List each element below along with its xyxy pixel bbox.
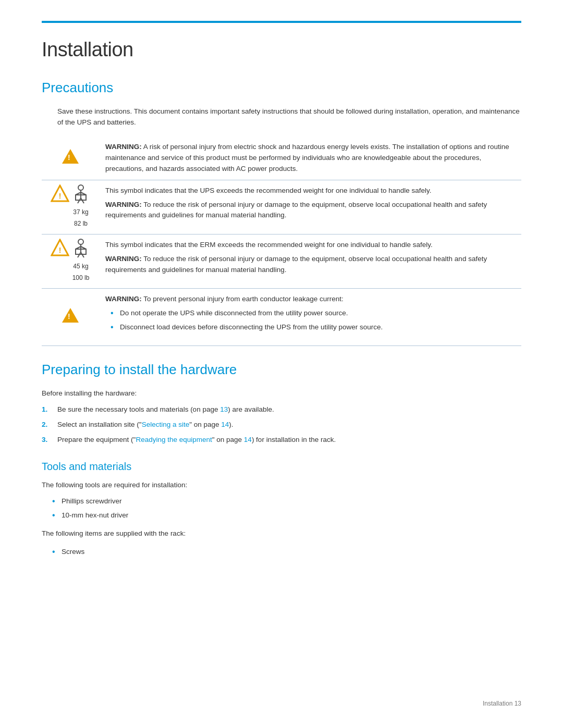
warning-bold-4: WARNING:	[105, 295, 142, 303]
warning-main-text-2: WARNING: To reduce the risk of personal …	[105, 200, 515, 221]
tools-intro: The following tools are required for ins…	[42, 480, 521, 491]
preparing-heading: Preparing to install the hardware	[42, 362, 521, 378]
step-3-link2[interactable]: 14	[244, 436, 252, 443]
rack-item-1: Screws	[52, 547, 521, 558]
warning-icon-cell-3: !	[42, 234, 99, 288]
weight-label-lb-3: 100 lb	[72, 273, 90, 283]
preparing-section: Preparing to install the hardware Before…	[42, 362, 521, 446]
weight-triangle-icon-2: !	[51, 184, 69, 202]
rack-list: Screws	[42, 547, 521, 558]
person-weight-icon-2	[71, 184, 90, 205]
warning-text-1: A risk of personal injury from electric …	[105, 143, 509, 172]
warning-symbol-text-2: This symbol indicates that the UPS excee…	[105, 186, 515, 196]
warning-main-text-3: WARNING: To reduce the risk of personal …	[105, 254, 515, 276]
warning-row-3: !	[42, 234, 521, 288]
person-weight-icon-3	[71, 239, 90, 260]
warning-icon-cell-2: !	[42, 180, 99, 234]
step-num-2: 2.	[42, 419, 54, 430]
page: Installation Precautions Save these inst…	[0, 0, 563, 728]
preparing-intro: Before installing the hardware:	[42, 388, 521, 399]
svg-text:!: !	[59, 192, 62, 200]
tool-item-1: Phillips screwdriver	[52, 496, 521, 507]
warning-bullet-1: Do not operate the UPS while disconnecte…	[111, 308, 515, 319]
warning-text-3: To reduce the risk of personal injury or…	[105, 255, 487, 274]
precautions-intro: Save these instructions. This document c…	[42, 106, 521, 128]
warning-bold-3: WARNING:	[105, 255, 142, 263]
step-num-3: 3.	[42, 435, 54, 446]
warning-text-cell-1: WARNING: A risk of personal injury from …	[99, 137, 521, 180]
step-num-1: 1.	[42, 404, 54, 415]
preparing-steps: 1. Be sure the necessary tools and mater…	[42, 404, 521, 446]
warning-icon-cell-1	[42, 137, 99, 180]
tool-item-2: 10-mm hex-nut driver	[52, 510, 521, 521]
step-3-link[interactable]: Readying the equipment	[136, 436, 212, 443]
weight-label-lb-2: 82 lb	[74, 219, 88, 229]
top-rule	[42, 21, 521, 23]
tools-section: Tools and materials The following tools …	[42, 461, 521, 558]
svg-point-11	[78, 239, 83, 244]
warning-table: WARNING: A risk of personal injury from …	[42, 137, 521, 346]
warning-bullet-2: Disconnect load devices before disconnec…	[111, 322, 515, 333]
footer: Installation 13	[483, 700, 521, 707]
weight-label-kg-2: 37 kg	[73, 207, 88, 217]
warning-icon-cell-4	[42, 288, 99, 346]
warning-text-cell-3: This symbol indicates that the ERM excee…	[99, 234, 521, 288]
weight-triangle-icon-3: !	[51, 239, 69, 256]
warning-bold-1: WARNING:	[105, 143, 142, 151]
warning-text-cell-2: This symbol indicates that the UPS excee…	[99, 180, 521, 234]
warning-text-cell-4: WARNING: To prevent personal injury from…	[99, 288, 521, 346]
step-text-1: Be sure the necessary tools and material…	[57, 404, 274, 415]
step-text-2: Select an installation site ("Selecting …	[57, 419, 234, 430]
weight-icons-3: !	[48, 239, 93, 283]
weight-label-kg-3: 45 kg	[73, 262, 88, 272]
rack-intro: The following items are supplied with th…	[42, 528, 521, 539]
tools-list: Phillips screwdriver 10-mm hex-nut drive…	[42, 496, 521, 521]
warning-bold-2: WARNING:	[105, 201, 142, 208]
warning-text-4: WARNING: To prevent personal injury from…	[105, 294, 515, 305]
warning-4-bullets: Do not operate the UPS while disconnecte…	[105, 308, 515, 333]
step-text-3: Prepare the equipment ("Readying the equ…	[57, 435, 336, 446]
svg-text:!: !	[59, 246, 62, 254]
warning-triangle-icon-1	[62, 149, 79, 164]
step-2-link2[interactable]: 14	[221, 421, 229, 428]
chapter-title: Installation	[42, 39, 521, 61]
preparing-step-2: 2. Select an installation site ("Selecti…	[42, 419, 521, 430]
precautions-heading: Precautions	[42, 80, 521, 96]
warning-text-4-main: To prevent personal injury from earth co…	[142, 295, 344, 303]
footer-text: Installation 13	[483, 700, 521, 707]
preparing-step-1: 1. Be sure the necessary tools and mater…	[42, 404, 521, 415]
warning-row-1: WARNING: A risk of personal injury from …	[42, 137, 521, 180]
warning-triangle-icon-4	[62, 308, 79, 323]
preparing-step-3: 3. Prepare the equipment ("Readying the …	[42, 435, 521, 446]
warning-row-4: WARNING: To prevent personal injury from…	[42, 288, 521, 346]
warning-text-2: To reduce the risk of personal injury or…	[105, 201, 487, 219]
step-2-link[interactable]: Selecting a site	[142, 421, 190, 428]
tools-heading: Tools and materials	[42, 461, 521, 473]
svg-point-2	[78, 185, 83, 190]
weight-icons-2: !	[48, 184, 93, 229]
warning-row-2: !	[42, 180, 521, 234]
precautions-section: Precautions Save these instructions. Thi…	[42, 80, 521, 346]
step-1-link[interactable]: 13	[220, 405, 228, 413]
warning-symbol-text-3: This symbol indicates that the ERM excee…	[105, 240, 515, 251]
